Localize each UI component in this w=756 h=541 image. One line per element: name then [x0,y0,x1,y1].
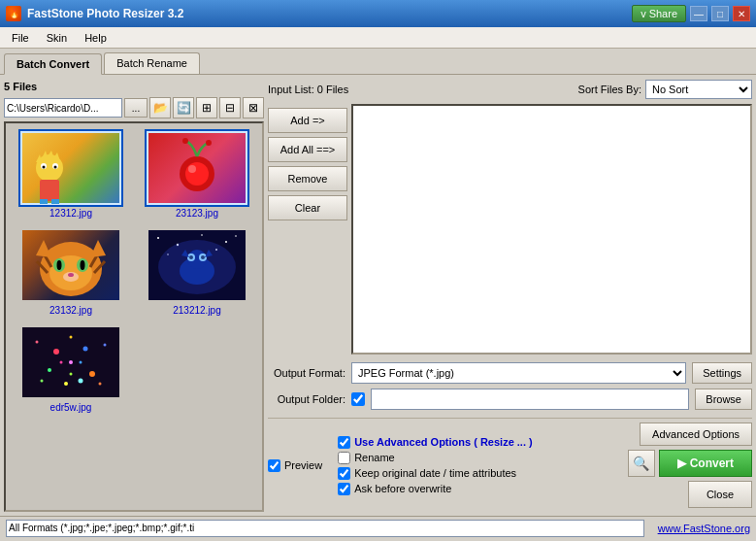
website-link[interactable]: www.FastStone.org [658,523,750,534]
grid-large-icon[interactable]: ⊞ [196,97,217,118]
svg-point-60 [99,383,102,386]
svg-point-63 [80,361,82,364]
open-folder-icon[interactable]: 📂 [149,97,171,118]
svg-point-13 [185,162,209,186]
menu-file[interactable]: File [4,30,37,46]
scan-button[interactable]: 🔍 [628,450,655,477]
toolbar-icons: 📂 🔄 ⊞ ⊟ ⊠ [149,97,264,118]
path-input[interactable] [4,98,122,118]
maximize-button[interactable]: □ [711,6,729,21]
svg-point-14 [188,165,196,173]
settings-button[interactable]: Settings [692,362,752,384]
use-advanced-checkbox[interactable] [338,436,350,449]
window-close-button[interactable]: ✕ [733,6,750,21]
svg-point-56 [79,379,83,384]
grid-small-icon[interactable]: ⊠ [243,97,264,118]
options-left: Preview Use Advanced Options ( Resize ..… [268,436,533,495]
format-filter-input[interactable] [6,520,644,537]
input-list-area[interactable] [351,104,752,355]
browse-button[interactable]: Browse [695,389,752,410]
svg-point-35 [225,241,227,243]
svg-point-34 [201,234,203,236]
title-bar-left: 🔥 FastStone Photo Resizer 3.2 [6,6,183,21]
close-button[interactable]: Close [688,481,752,508]
tab-batch-convert[interactable]: Batch Convert [4,53,102,75]
svg-point-15 [182,138,188,144]
title-bar: 🔥 FastStone Photo Resizer 3.2 v Share — … [0,0,756,27]
svg-point-58 [104,344,107,347]
list-item[interactable]: 23123.jpg [136,127,258,220]
bottom-left: www.FastStone.org [6,520,750,537]
sort-select[interactable]: No Sort File Name File Size Date Modifie… [645,80,752,99]
list-item[interactable]: 23132.jpg [10,224,132,318]
image-label: 213212.jpg [173,305,221,316]
list-item[interactable]: 213212.jpg [136,224,258,318]
ask-overwrite-row: Ask before overwrite [336,483,533,495]
svg-point-59 [41,380,44,383]
ask-overwrite-checkbox[interactable] [338,483,350,495]
svg-marker-30 [90,240,106,257]
action-buttons: Add => Add All ==> Remove Clear [268,104,347,355]
rename-checkbox[interactable] [338,452,350,464]
remove-button[interactable]: Remove [268,166,347,191]
rename-label: Rename [354,452,395,463]
middle-section: Add => Add All ==> Remove Clear [268,104,752,355]
convert-label: Convert [690,456,734,470]
minimize-button[interactable]: — [690,6,707,21]
image-grid-container[interactable]: 12312.jpg [4,121,264,512]
menu-skin[interactable]: Skin [39,30,75,46]
share-prefix: v [641,8,646,19]
website-spacer [648,523,654,534]
list-item[interactable]: edr5w.jpg [10,321,132,415]
advanced-options-button[interactable]: Advanced Options [640,423,752,446]
svg-marker-7 [48,151,53,156]
thumbnail [148,230,246,300]
list-item[interactable]: 12312.jpg [10,127,132,220]
output-folder-label: Output Folder: [268,393,345,405]
svg-marker-6 [42,151,48,158]
tab-bar: Batch Convert Batch Rename [0,49,756,75]
image-label: edr5w.jpg [50,402,92,413]
format-select[interactable]: JPEG Format (*.jpg) PNG Format (*.png) B… [351,362,686,384]
image-grid: 12312.jpg [10,127,258,415]
svg-point-3 [43,166,46,169]
keep-date-row: Keep original date / time attributes [336,467,533,480]
convert-section: Advanced Options 🔍 ▶ Convert Close [628,423,752,508]
refresh-icon[interactable]: 🔄 [173,97,194,118]
keep-date-label: Keep original date / time attributes [354,467,516,479]
input-list-label: Input List: 0 Files [268,84,348,95]
app-title: FastStone Photo Resizer 3.2 [27,7,183,20]
svg-point-61 [70,336,73,339]
bottom-bar: www.FastStone.org [0,516,756,539]
image-label: 12312.jpg [49,208,92,219]
svg-point-50 [69,360,73,364]
scan-icon: 🔍 [633,456,649,471]
image-label: 23132.jpg [49,305,92,316]
path-bar: ... 📂 🔄 ⊞ ⊟ ⊠ [4,97,264,118]
preview-checkbox[interactable] [268,459,280,472]
convert-button[interactable]: ▶ Convert [659,450,752,477]
keep-date-checkbox[interactable] [338,467,350,480]
options-main-row: Preview Use Advanced Options ( Resize ..… [268,423,752,508]
output-format-row: Output Format: JPEG Format (*.jpg) PNG F… [268,362,752,384]
clear-button[interactable]: Clear [268,195,347,220]
svg-point-52 [83,347,88,352]
use-advanced-row: Use Advanced Options ( Resize ... ) [336,436,533,449]
tab-batch-rename[interactable]: Batch Rename [104,52,200,74]
svg-point-28 [68,273,74,277]
output-folder-row: Output Folder: Browse [268,389,752,410]
add-button[interactable]: Add => [268,108,347,133]
output-format-label: Output Format: [268,367,345,379]
svg-point-36 [235,235,237,237]
svg-point-4 [54,166,57,169]
path-browse-button[interactable]: ... [124,98,148,118]
folder-input[interactable] [371,389,689,410]
svg-point-26 [81,260,85,270]
add-all-button[interactable]: Add All ==> [268,137,347,162]
share-button[interactable]: v Share [632,5,686,22]
grid-medium-icon[interactable]: ⊟ [219,97,241,118]
menu-help[interactable]: Help [77,30,115,46]
left-panel: 5 Files ... 📂 🔄 ⊞ ⊟ ⊠ [4,79,264,512]
thumbnail [22,230,119,300]
folder-checkbox[interactable] [351,392,365,406]
